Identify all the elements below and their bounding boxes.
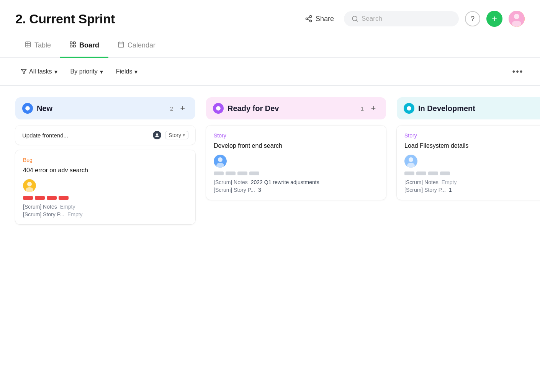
group-chevron: ▾ [100,68,103,75]
card-type-story-dev: Story [404,132,540,139]
svg-rect-15 [74,42,75,44]
card-meta-filesystem: [Scrum] Notes Empty [Scrum] Story P... 1 [404,179,540,193]
svg-line-4 [308,17,310,18]
column-header-ready: Ready for Dev 1 + [206,97,386,119]
share-icon [305,15,313,23]
meta-row-story-p-ready: [Scrum] Story P... 3 [214,187,378,193]
more-options-button[interactable]: ••• [511,65,525,78]
column-ready-label: Ready for Dev [227,104,355,113]
column-new-add-button[interactable]: + [177,103,188,114]
filter-chevron: ▾ [54,68,57,75]
svg-point-8 [514,14,519,19]
column-in-dev: In Development 1 + Story Load Filesystem… [397,97,540,205]
share-button[interactable]: Share [301,13,338,25]
card-meta-404: [Scrum] Notes Empty [Scrum] Story P... E… [23,204,188,217]
svg-point-31 [218,157,223,162]
new-status-icon [22,103,33,114]
toolbar: All tasks ▾ By priority ▾ Fields ▾ ••• [0,58,540,86]
header-actions: Share Search ? + [301,11,525,27]
tabs: Table Board Calendar [0,34,540,58]
card-title-filesystem: Load Filesystem details [404,142,540,150]
svg-rect-17 [74,45,75,47]
meta-row-story-p: [Scrum] Story P... Empty [23,211,188,217]
priority-dots-404 [23,196,188,200]
card-type-bug: Bug [23,157,188,163]
add-button[interactable]: + [486,11,502,27]
card-title-search: Develop front end search [214,142,378,150]
column-new-count: 2 [170,105,173,112]
dot-4 [59,196,69,200]
column-new-label: New [37,104,165,113]
page-title: 2. Current Sprint [15,11,115,26]
svg-point-25 [156,133,158,135]
card-person-icon [153,131,161,139]
fields-button[interactable]: Fields ▾ [111,65,143,78]
card-avatar-404 [23,179,36,192]
card-avatar-filesystem [404,155,417,168]
search-bar[interactable]: Search [344,11,459,26]
table-icon [25,41,31,50]
card-type-story-ready: Story [214,132,378,139]
help-button[interactable]: ? [465,11,480,26]
svg-point-24 [27,109,28,109]
svg-rect-14 [70,42,72,44]
svg-rect-16 [70,45,72,47]
column-new: New 2 + Update frontend... Story ▾ Bug 4… [15,97,195,230]
svg-point-27 [27,182,32,186]
calendar-icon [118,41,124,50]
column-ready-add-button[interactable]: + [368,103,379,114]
dot-g2 [226,172,236,175]
svg-point-9 [512,21,521,27]
fields-chevron: ▾ [134,68,137,75]
card-story-badge[interactable]: Story ▾ [165,131,188,139]
board-icon [69,41,76,50]
svg-line-3 [308,19,310,20]
column-header-new: New 2 + [15,97,195,119]
svg-line-6 [356,20,357,21]
badge-chevron: ▾ [183,132,185,138]
dot-gd1 [404,172,414,175]
tab-calendar[interactable]: Calendar [108,34,165,58]
meta-row-story-p-dev: [Scrum] Story P... 1 [404,187,540,193]
group-button[interactable]: By priority ▾ [65,65,108,78]
board: New 2 + Update frontend... Story ▾ Bug 4… [0,86,540,241]
header: 2. Current Sprint Share Search ? + [0,0,540,34]
svg-marker-22 [21,69,26,74]
card-load-filesystem[interactable]: Story Load Filesystem details [397,126,540,200]
ready-status-icon [213,103,224,114]
column-dev-label: In Development [418,104,540,113]
avatar[interactable] [509,11,525,27]
column-ready: Ready for Dev 1 + Story Develop front en… [206,97,386,205]
search-icon [352,15,358,22]
meta-row-notes-dev: [Scrum] Notes Empty [404,179,540,185]
card-meta-search: [Scrum] Notes 2022 Q1 rewrite adjustment… [214,179,378,193]
svg-rect-18 [118,42,124,47]
card-title-404: 404 error on adv search [23,166,188,175]
meta-row-notes: [Scrum] Notes Empty [23,204,188,210]
dot-gd3 [428,172,438,175]
card-develop-search[interactable]: Story Develop front end search [206,126,386,200]
dot-g3 [237,172,247,175]
meta-row-notes-ready: [Scrum] Notes 2022 Q1 rewrite adjustment… [214,179,378,185]
svg-point-35 [409,157,413,162]
dot-gd4 [440,172,450,175]
dot-2 [35,196,45,200]
card-inline-title: Update frontend... [22,132,149,139]
card-avatar-search [214,155,227,168]
filter-button[interactable]: All tasks ▾ [15,65,63,78]
svg-rect-10 [25,42,31,47]
column-ready-count: 1 [361,105,364,112]
tab-table[interactable]: Table [15,34,60,58]
dot-g4 [249,172,259,175]
priority-dots-filesystem [404,172,540,175]
card-404-error[interactable]: Bug 404 error on adv search [15,150,195,224]
avatar-image [509,11,525,27]
dot-g1 [214,172,224,175]
dot-1 [23,196,33,200]
dev-status-icon [404,103,414,114]
tab-board[interactable]: Board [60,34,108,58]
dot-gd2 [416,172,426,175]
filter-icon [21,69,27,75]
card-update-frontend[interactable]: Update frontend... Story ▾ [15,126,195,145]
column-header-dev: In Development 1 + [397,97,540,119]
